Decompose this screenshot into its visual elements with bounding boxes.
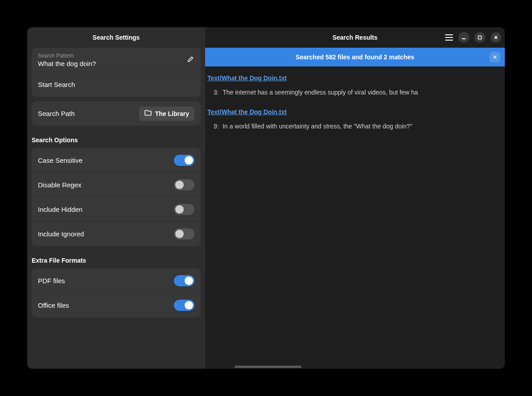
pencil-icon[interactable] [187, 55, 194, 64]
main-header: Search Results [205, 27, 505, 48]
option-label: Include Hidden [38, 206, 82, 213]
option-label: Disable Regex [38, 181, 82, 189]
banner-text: Searched 582 files and found 2 matches [296, 54, 414, 61]
path-group: Search Path The Library [32, 101, 201, 126]
sidebar: Search Settings Search Pattern What the … [27, 27, 205, 369]
app-window: Search Settings Search Pattern What the … [27, 27, 505, 369]
line-number: 3: [214, 89, 219, 96]
search-group: Search Pattern What the dog doin? Start … [32, 48, 201, 97]
options-group: Case Sensitive Disable Regex Include Hid… [32, 148, 201, 246]
result-line: 9: In a world filled with uncertainty an… [207, 123, 503, 130]
maximize-button[interactable] [474, 32, 485, 43]
minimize-button[interactable] [458, 32, 469, 43]
line-text: In a world filled with uncertainty and s… [223, 123, 412, 130]
folder-icon [144, 110, 152, 118]
main-title: Search Results [332, 34, 377, 41]
pdf-files-toggle[interactable] [174, 275, 194, 286]
result-file-link[interactable]: Text/What the Dog Doin.txt [207, 74, 503, 82]
format-office: Office files [32, 293, 201, 318]
search-path-button[interactable]: The Library [139, 107, 194, 121]
format-label: Office files [38, 301, 69, 309]
line-number: 9: [214, 123, 219, 130]
option-disable-regex: Disable Regex [32, 173, 201, 197]
search-path-button-label: The Library [155, 110, 189, 117]
office-files-toggle[interactable] [174, 300, 194, 311]
main-panel: Search Results Searched 582 files and fo… [205, 27, 505, 369]
include-hidden-toggle[interactable] [174, 204, 194, 215]
start-search-label: Start Search [38, 81, 75, 88]
line-text: The internet has a seemingly endless sup… [223, 89, 418, 96]
search-path-row: Search Path The Library [32, 101, 201, 126]
result-line: 3: The internet has a seemingly endless … [207, 89, 503, 96]
svg-rect-0 [462, 38, 466, 39]
svg-rect-1 [478, 36, 482, 39]
format-label: PDF files [38, 277, 65, 285]
hamburger-icon[interactable] [445, 34, 453, 41]
option-label: Include Ignored [38, 230, 84, 238]
format-pdf: PDF files [32, 268, 201, 293]
include-ignored-toggle[interactable] [174, 228, 194, 239]
horizontal-scrollbar[interactable] [235, 366, 301, 368]
case-sensitive-toggle[interactable] [174, 155, 194, 166]
result-file-link[interactable]: Text/What the Dog Doin.txt [207, 108, 503, 116]
formats-group: PDF files Office files [32, 268, 201, 318]
status-banner: Searched 582 files and found 2 matches [205, 48, 505, 66]
formats-title: Extra File Formats [32, 257, 201, 264]
sidebar-title: Search Settings [93, 34, 140, 41]
sidebar-content: Search Pattern What the dog doin? Start … [27, 48, 205, 322]
banner-close-button[interactable] [490, 52, 500, 62]
search-pattern-label: Search Pattern [38, 53, 74, 59]
search-pattern-row[interactable]: Search Pattern What the dog doin? [32, 48, 201, 72]
option-include-ignored: Include Ignored [32, 222, 201, 246]
close-button[interactable] [491, 32, 501, 43]
results-area[interactable]: Text/What the Dog Doin.txt 3: The intern… [205, 66, 505, 142]
search-pattern-value: What the dog doin? [38, 60, 96, 67]
options-title: Search Options [32, 136, 201, 144]
disable-regex-toggle[interactable] [174, 179, 194, 190]
option-case-sensitive: Case Sensitive [32, 148, 201, 173]
start-search-button[interactable]: Start Search [32, 72, 201, 97]
search-path-label: Search Path [38, 110, 75, 117]
sidebar-header: Search Settings [27, 27, 205, 48]
option-label: Case Sensitive [38, 157, 82, 164]
window-controls [445, 32, 501, 43]
option-include-hidden: Include Hidden [32, 197, 201, 222]
